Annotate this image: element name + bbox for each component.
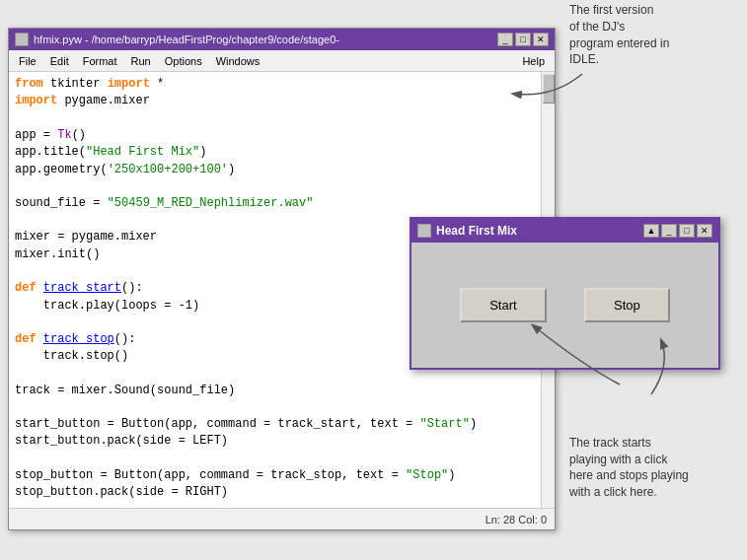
stop-button[interactable]: Stop (584, 288, 670, 322)
menu-file[interactable]: File (13, 53, 42, 69)
menu-format[interactable]: Format (77, 53, 123, 69)
menu-run[interactable]: Run (125, 53, 157, 69)
code-line-6: app.geometry('250x100+200+100') (15, 162, 549, 178)
hfm-titlebar-left: Head First Mix (417, 224, 517, 238)
annotation-bottom-text: The track startsplaying with a clickhere… (569, 436, 689, 499)
hfm-window: Head First Mix ▲ _ □ ✕ Start Stop (410, 217, 720, 370)
idle-app-icon (15, 33, 29, 46)
code-line-2: import pygame.mixer (15, 93, 549, 109)
code-line-24: stop_button = Button(app, command = trac… (15, 467, 549, 484)
code-line-23 (15, 451, 549, 467)
hfm-scroll-up-button[interactable]: ▲ (643, 224, 659, 238)
idle-titlebar: hfmix.pyw - /home/barryp/HeadFirstProg/c… (9, 29, 555, 50)
annotation-top: The first versionof the DJ'sprogram ente… (569, 2, 727, 68)
hfm-maximize-button[interactable]: □ (679, 224, 695, 238)
menu-help[interactable]: Help (516, 53, 551, 69)
annotation-bottom: The track startsplaying with a clickhere… (569, 435, 727, 501)
code-line-21: start_button = Button(app, command = tra… (15, 416, 549, 433)
hfm-minimize-button[interactable]: _ (661, 224, 677, 238)
hfm-window-title: Head First Mix (436, 224, 517, 238)
hfm-window-controls: ▲ _ □ ✕ (643, 224, 712, 238)
hfm-titlebar: Head First Mix ▲ _ □ ✕ (411, 219, 718, 243)
idle-menubar: File Edit Format Run Options Windows Hel… (9, 50, 555, 72)
idle-close-button[interactable]: ✕ (533, 33, 549, 46)
start-button[interactable]: Start (460, 288, 546, 322)
idle-menu-items: File Edit Format Run Options Windows (13, 53, 265, 69)
idle-minimize-button[interactable]: _ (497, 33, 513, 46)
menu-edit[interactable]: Edit (44, 53, 75, 69)
idle-status-text: Ln: 28 Col: 0 (486, 514, 547, 525)
code-line-3 (15, 110, 549, 127)
code-line-4: app = Tk() (15, 127, 549, 144)
code-line-1: from tkinter import * (15, 76, 549, 93)
hfm-body: Start Stop (411, 243, 718, 368)
idle-statusbar: Ln: 28 Col: 0 (9, 508, 555, 529)
idle-window-controls: _ □ ✕ (497, 33, 549, 46)
hfm-close-button[interactable]: ✕ (697, 224, 712, 238)
hfm-app-icon (417, 224, 431, 238)
menu-options[interactable]: Options (159, 53, 208, 69)
code-line-19: track = mixer.Sound(sound_file) (15, 383, 549, 399)
annotation-top-text: The first versionof the DJ'sprogram ente… (569, 3, 669, 66)
idle-maximize-button[interactable]: □ (515, 33, 531, 46)
code-line-7 (15, 178, 549, 195)
menu-windows[interactable]: Windows (210, 53, 266, 69)
code-line-25: stop_button.pack(side = RIGHT) (15, 484, 549, 501)
idle-titlebar-left: hfmix.pyw - /home/barryp/HeadFirstProg/c… (15, 33, 339, 46)
code-line-5: app.title("Head First Mix") (15, 144, 549, 161)
scrollbar-thumb[interactable] (543, 74, 555, 104)
idle-window-title: hfmix.pyw - /home/barryp/HeadFirstProg/c… (34, 34, 339, 45)
code-line-8: sound_file = "50459_M_RED_Nephlimizer.wa… (15, 195, 549, 212)
code-line-22: start_button.pack(side = LEFT) (15, 433, 549, 450)
code-line-20 (15, 399, 549, 416)
